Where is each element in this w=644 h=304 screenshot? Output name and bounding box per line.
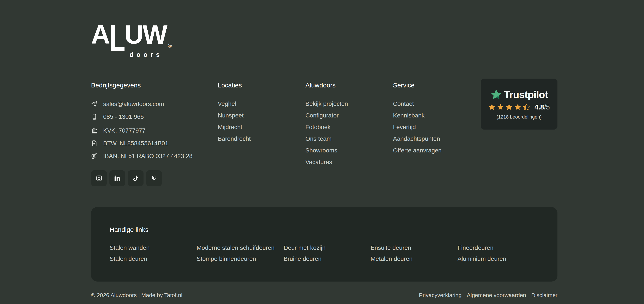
link-vacatures[interactable]: Vacatures [306,159,332,165]
column-aluwdoors: Aluwdoors Bekijk projecten Configurator … [306,82,393,171]
link-ensuite-deuren[interactable]: Ensuite deuren [370,245,458,251]
trustpilot-widget[interactable]: Trustpilot 4.8/5 (1218 beoordelingen) [481,79,558,130]
aluwdoors-list: Bekijk projecten Configurator Fotoboek O… [306,101,393,166]
half-star-icon [523,103,530,111]
btw-text: BTW. NL858455614B01 [103,140,168,147]
kvk-row: KVK. 70777977 [91,127,218,134]
logo-subtitle: doors [130,51,173,58]
star-icon [497,103,504,111]
instagram-button[interactable] [91,170,107,186]
logo-wordmark: ALUW ® [91,24,173,46]
footer: ALUW ® doors Bedrijfsgegevens sales@aluw… [91,0,558,298]
link-aluminium-deuren[interactable]: Aluminium deuren [458,256,544,262]
handy-links-column: Ensuite deuren Metalen deuren [370,245,458,262]
btw-row: BTW. NL858455614B01 [91,140,218,147]
column-title: Locaties [218,82,306,89]
trustpilot-score: 4.8/5 [534,103,550,111]
iban-text: IBAN. NL51 RABO 0327 4423 28 [103,153,192,160]
handy-links-panel: Handige links Stalen wanden Stalen deure… [91,207,558,281]
link-stalen-deuren[interactable]: Stalen deuren [110,256,196,262]
pinterest-button[interactable] [146,170,162,186]
star-icon [514,103,522,111]
banknote-icon [91,153,98,159]
tiktok-icon [132,175,139,182]
link-ons-team[interactable]: Ons team [306,135,332,142]
instagram-icon [96,175,102,182]
trustpilot-logo: Trustpilot [490,89,548,101]
link-fineerdeuren[interactable]: Fineerdeuren [458,245,544,251]
locaties-list: Veghel Nunspeet Mijdrecht Barendrecht [218,101,306,143]
smartphone-icon [91,114,98,120]
link-configurator[interactable]: Configurator [306,112,338,119]
send-icon [91,101,98,107]
social-buttons [91,170,218,186]
link-algemene-voorwaarden[interactable]: Algemene voorwaarden [467,292,526,298]
star-icon [506,103,513,111]
link-bruine-deuren[interactable]: Bruine deuren [284,256,370,262]
link-bekijk-projecten[interactable]: Bekijk projecten [306,100,348,107]
logo-letter: W [143,24,166,45]
bank-icon [91,127,98,134]
link-metalen-deuren[interactable]: Metalen deuren [370,256,458,262]
handy-links-column: Moderne stalen schuifdeuren Stompe binne… [196,245,284,262]
registered-mark: ® [168,43,172,48]
handy-links-title: Handige links [110,226,549,233]
score-value: 4.8 [534,103,544,111]
trustpilot-rating: 4.8/5 [488,103,550,111]
column-bedrijfsgegevens: Bedrijfsgegevens sales@aluwdoors.com 085… [91,82,218,186]
link-stompe-binnendeuren[interactable]: Stompe binnendeuren [196,256,284,262]
kvk-text: KVK. 70777977 [103,127,146,134]
link-aandachtspunten[interactable]: Aandachtspunten [393,135,440,142]
link-contact[interactable]: Contact [393,100,414,107]
email-row[interactable]: sales@aluwdoors.com [91,101,218,108]
link-privacyverklaring[interactable]: Privacyverklaring [419,292,462,298]
tiktok-button[interactable] [128,170,144,186]
email-text: sales@aluwdoors.com [103,101,164,108]
trustpilot-review-count: (1218 beoordelingen) [496,114,542,120]
link-moderne-stalen-schuifdeuren[interactable]: Moderne stalen schuifdeuren [196,245,284,251]
handy-links-columns: Stalen wanden Stalen deuren Moderne stal… [110,245,549,262]
logo-letter: U [124,24,143,45]
link-barendrecht[interactable]: Barendrecht [218,135,251,142]
column-service: Service Contact Kennisbank Levertijd Aan… [393,82,481,159]
phone-text: 085 - 1301 965 [103,113,144,120]
logo-letter: L [109,23,124,53]
handy-links-column: Deur met kozijn Bruine deuren [284,245,370,262]
link-deur-met-kozijn[interactable]: Deur met kozijn [284,245,370,251]
column-locaties: Locaties Veghel Nunspeet Mijdrecht Baren… [218,82,306,147]
link-disclaimer[interactable]: Disclaimer [531,292,558,298]
service-list: Contact Kennisbank Levertijd Aandachtspu… [393,101,481,154]
link-stalen-wanden[interactable]: Stalen wanden [110,245,196,251]
link-levertijd[interactable]: Levertijd [393,124,416,130]
footer-columns: Bedrijfsgegevens sales@aluwdoors.com 085… [91,82,558,186]
link-veghel[interactable]: Veghel [218,100,236,107]
bottom-bar: © 2026 Aluwdoors | Made by Tatof.nl Priv… [91,292,558,298]
logo-letter: A [91,24,109,45]
iban-row: IBAN. NL51 RABO 0327 4423 28 [91,153,218,160]
handy-links-column: Stalen wanden Stalen deuren [110,245,196,262]
trustpilot-star-icon [490,89,502,101]
phone-row[interactable]: 085 - 1301 965 [91,113,218,120]
pinterest-icon [151,175,157,182]
column-title: Service [393,82,481,89]
aluwdoors-logo[interactable]: ALUW ® doors [91,24,173,58]
company-ids: KVK. 70777977 BTW. NL858455614B01 IBAN. … [91,127,218,160]
file-text-icon [91,140,98,147]
column-title: Aluwdoors [306,82,393,89]
handy-links-column: Fineerdeuren Aluminium deuren [458,245,544,262]
link-nunspeet[interactable]: Nunspeet [218,112,244,119]
link-fotoboek[interactable]: Fotoboek [306,124,331,130]
copyright-text: © 2026 Aluwdoors | Made by Tatof.nl [91,292,182,298]
link-mijdrecht[interactable]: Mijdrecht [218,124,242,130]
link-kennisbank[interactable]: Kennisbank [393,112,424,119]
link-showrooms[interactable]: Showrooms [306,147,337,154]
linkedin-button[interactable] [110,170,125,186]
trustpilot-brand: Trustpilot [504,89,548,100]
legal-links: Privacyverklaring Algemene voorwaarden D… [419,292,558,298]
linkedin-icon [114,175,121,182]
score-suffix: /5 [544,103,550,111]
star-icon [488,103,496,111]
link-offerte-aanvragen[interactable]: Offerte aanvragen [393,147,442,154]
column-title: Bedrijfsgegevens [91,82,218,89]
